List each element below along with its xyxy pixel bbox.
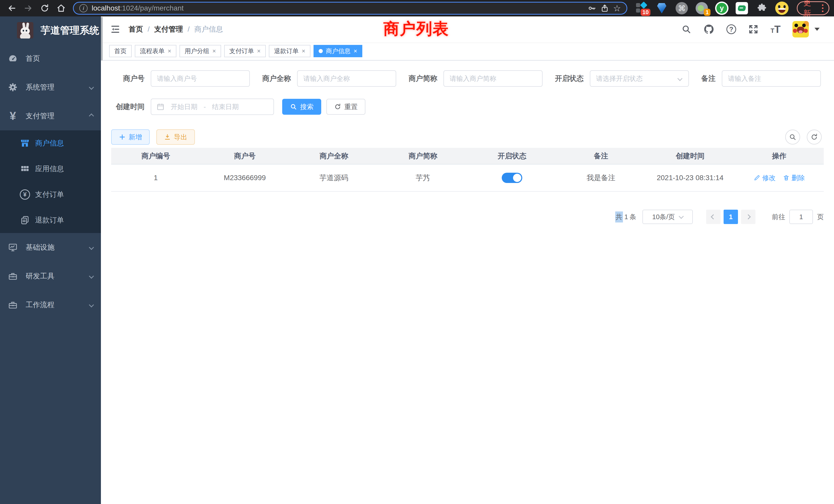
chevron-down-icon (89, 274, 94, 279)
refresh-icon (334, 103, 341, 110)
remark-input[interactable] (722, 70, 821, 87)
extension-recorder-icon[interactable]: 1 (695, 2, 708, 15)
edit-pencil-icon (754, 175, 760, 181)
browser-home-button[interactable] (54, 1, 68, 16)
share-icon[interactable] (600, 4, 609, 13)
close-icon[interactable]: × (257, 48, 261, 54)
selected-text: 共 (615, 211, 623, 223)
table-header-row: 商户编号 商户号 商户全称 商户简称 开启状态 备注 创建时间 操作 (111, 148, 824, 164)
password-key-icon[interactable] (588, 4, 596, 13)
cell-remark: 我是备注 (556, 164, 645, 191)
user-avatar-menu[interactable] (792, 21, 820, 38)
chevron-down-icon (89, 85, 94, 90)
help-icon[interactable]: ? (726, 24, 736, 34)
search-button[interactable]: 搜索 (282, 99, 321, 115)
header-search-icon[interactable] (681, 24, 692, 35)
address-bar[interactable]: i localhost:1024/pay/merchant ☆ (73, 2, 627, 15)
extension-y-icon[interactable]: y (715, 2, 728, 15)
tab-merchant-info[interactable]: 商户信息× (313, 45, 362, 57)
page-info-icon[interactable]: i (79, 4, 88, 12)
tab-refund-order[interactable]: 退款订单× (269, 45, 310, 57)
edit-button[interactable]: 修改 (754, 174, 776, 182)
status-toggle[interactable] (502, 173, 522, 183)
tab-process-form[interactable]: 流程表单× (135, 45, 176, 57)
sidebar-item-dev-tools[interactable]: 研发工具 (0, 262, 101, 291)
search-icon (789, 133, 796, 141)
col-remark: 备注 (556, 148, 645, 164)
github-icon[interactable] (703, 24, 715, 35)
sidebar-item-workflow[interactable]: 工作流程 (0, 291, 101, 319)
font-size-icon[interactable]: TT (771, 24, 781, 35)
sidebar-fold-button[interactable] (110, 24, 120, 35)
sidebar-item-home[interactable]: 首页 (0, 44, 101, 73)
bookmark-star-icon[interactable]: ☆ (613, 4, 621, 13)
browser-forward-button[interactable] (21, 1, 36, 16)
close-icon[interactable]: × (302, 48, 305, 54)
browser-menu-icon[interactable] (822, 4, 825, 12)
chevron-down-icon (677, 76, 682, 81)
browser-toolbar: i localhost:1024/pay/merchant ☆ 10 ⌘ 1 y (0, 0, 834, 17)
close-icon[interactable]: × (354, 48, 357, 54)
merchant-no-input[interactable] (151, 70, 250, 87)
chevron-down-icon (89, 245, 94, 250)
browser-update-button[interactable]: 更新 (797, 1, 829, 15)
sidebar-item-merchant-info[interactable]: 商户信息 (0, 130, 101, 156)
tags-view-bar: 首页 流程表单× 用户分组× 支付订单× 退款订单× 商户信息× (101, 42, 834, 61)
create-time-range-picker[interactable]: 开始日期 - 结束日期 (151, 98, 274, 115)
profile-avatar-icon[interactable] (775, 2, 789, 15)
status-select[interactable]: 请选择开启状态 (590, 70, 689, 87)
show-search-toggle-button[interactable] (785, 130, 800, 144)
cell-create-time: 2021-10-23 08:31:14 (645, 164, 734, 191)
browser-reload-button[interactable] (38, 1, 52, 16)
delete-button[interactable]: 删除 (783, 174, 805, 182)
tab-home[interactable]: 首页 (109, 45, 132, 57)
extension-gem-icon[interactable] (655, 2, 668, 15)
export-button[interactable]: 导出 (156, 129, 195, 145)
extension-sidebar-icon[interactable]: 10 (635, 2, 649, 15)
sidebar-logo[interactable]: 芋道管理系统 (0, 17, 101, 44)
fullscreen-icon[interactable] (748, 24, 759, 35)
next-page-button[interactable] (741, 210, 755, 224)
reload-icon (40, 4, 49, 13)
breadcrumb-current: 商户信息 (194, 24, 223, 34)
sidebar-item-pay-order[interactable]: ¥ 支付订单 (0, 182, 101, 207)
sidebar-item-label: 支付管理 (26, 111, 54, 121)
refresh-table-button[interactable] (807, 130, 822, 144)
pagination: 共 1 条 10条/页 1 前往 页 (111, 210, 824, 224)
goto-page-input[interactable] (789, 210, 813, 224)
sidebar-item-system[interactable]: 系统管理 (0, 73, 101, 101)
tab-pay-order[interactable]: 支付订单× (224, 45, 266, 57)
tab-user-group[interactable]: 用户分组× (179, 45, 221, 57)
breadcrumb-payment[interactable]: 支付管理 (154, 24, 183, 34)
sidebar-item-label: 系统管理 (26, 83, 54, 92)
add-button[interactable]: 新增 (111, 129, 150, 145)
prev-page-button[interactable] (706, 210, 721, 224)
sidebar-scrollbar-thumb[interactable] (101, 17, 103, 61)
cell-merchant-id: 1 (111, 164, 200, 191)
sidebar-item-refund-order[interactable]: 退款订单 (0, 207, 101, 233)
col-short-name: 商户简称 (378, 148, 467, 164)
sidebar-item-infrastructure[interactable]: 基础设施 (0, 233, 101, 262)
sidebar-item-label: 商户信息 (35, 138, 64, 148)
page-number-button[interactable]: 1 (724, 210, 738, 224)
page-size-select[interactable]: 10条/页 (642, 210, 693, 224)
navbar-right-menu: ? TT (681, 21, 820, 38)
chevron-down-icon (679, 214, 684, 219)
reset-button[interactable]: 重置 (326, 99, 366, 115)
breadcrumb-home[interactable]: 首页 (129, 24, 143, 34)
sidebar-item-payment[interactable]: ¥ 支付管理 (0, 101, 101, 130)
goto-label: 前往 (772, 212, 785, 222)
short-name-input[interactable] (443, 70, 543, 87)
full-name-input[interactable] (297, 70, 396, 87)
sidebar-item-label: 研发工具 (26, 271, 54, 281)
browser-back-button[interactable] (5, 1, 19, 16)
extension-command-icon[interactable]: ⌘ (675, 2, 688, 15)
col-status: 开启状态 (467, 148, 557, 164)
sidebar-item-app-info[interactable]: 应用信息 (0, 156, 101, 182)
extensions-puzzle-icon[interactable] (755, 2, 769, 15)
close-icon[interactable]: × (168, 48, 171, 54)
close-icon[interactable]: × (212, 48, 216, 54)
app-title: 芋道管理系统 (41, 24, 99, 37)
grid-icon (19, 164, 30, 174)
extension-notes-icon[interactable] (735, 2, 748, 15)
